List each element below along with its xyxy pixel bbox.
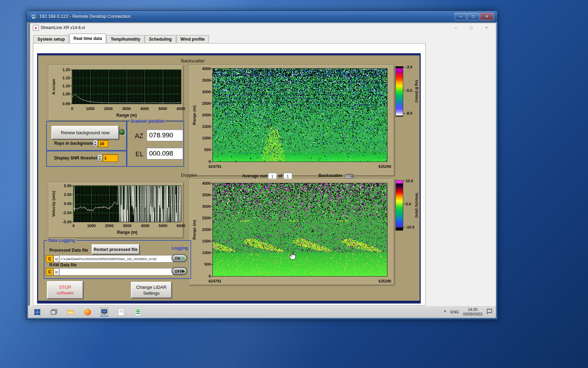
app-close-button[interactable]: × xyxy=(479,24,494,32)
firefox-icon[interactable] xyxy=(83,307,92,316)
axis-tick-label: 3000 xyxy=(120,224,135,228)
start-button-icon[interactable] xyxy=(33,307,41,316)
raw-drive-selector[interactable]: C xyxy=(46,268,54,275)
axis-tick-label: 5000 xyxy=(155,224,171,228)
el-label: EL xyxy=(135,150,144,158)
notification-center-icon[interactable] xyxy=(486,308,492,315)
axis-tick-mark xyxy=(211,195,212,195)
x-end-label: 625290 xyxy=(363,279,391,283)
taskbar-clock[interactable]: 14:20 03/09/2023 xyxy=(463,307,482,316)
rdp-close-button[interactable]: × xyxy=(480,13,494,20)
az-value-field: 078.990 xyxy=(146,129,183,141)
app-title: StreamLine XR v14-6.vi xyxy=(41,25,85,30)
axis-tick-mark xyxy=(71,222,73,222)
colorbar-tick-mark xyxy=(403,113,405,114)
processed-logging-switch[interactable]: ON xyxy=(172,254,187,262)
processed-browse-icon[interactable]: ▤ xyxy=(54,255,59,262)
colorbar-tick-label: -3.0 xyxy=(406,65,412,69)
backscatter-colorbar-gradient xyxy=(396,66,403,117)
stop-line1: STOP xyxy=(59,285,71,290)
axis-tick-label: 1000 xyxy=(196,251,211,255)
streamline-app-window: ▦ StreamLine XR v14-6.vi – □ × System se… xyxy=(30,23,496,306)
ascope-graph: 1.201.151.101.050.9901000200030004000500… xyxy=(48,65,183,121)
app-titlebar[interactable]: ▦ StreamLine XR v14-6.vi – □ × xyxy=(30,23,496,32)
axis-name-label: Range (m) xyxy=(192,94,197,136)
axis-tick-label: 5.00 xyxy=(57,184,71,188)
doppler-heatmap-canvas xyxy=(213,183,387,276)
raw-browse-icon[interactable]: ▤ xyxy=(54,268,59,275)
axis-tick-label: 0.99 xyxy=(55,102,70,106)
tab-temp-humidity[interactable]: Temp/humidity xyxy=(106,35,144,43)
rdp-computer-icon xyxy=(31,14,37,20)
spreadsheet-icon[interactable] xyxy=(134,307,142,316)
axis-tick-mark xyxy=(211,80,212,81)
tab-wind-profile[interactable]: Wind profile xyxy=(176,35,209,43)
stop-software-button[interactable]: STOPsoftware xyxy=(47,281,83,299)
taskbar: Scan sched ^ ENG 14:20 03/09/2023 xyxy=(28,306,496,318)
switch-arrow-icon xyxy=(182,270,185,273)
axis-tick-label: 2000 xyxy=(101,107,116,111)
raw-logging-switch[interactable]: OFF xyxy=(172,267,187,275)
change-line2: Settings xyxy=(143,291,160,296)
task-view-icon[interactable] xyxy=(50,307,58,316)
rays-value-field[interactable]: 10 xyxy=(98,140,108,147)
axis-tick-label: 1500 xyxy=(196,124,211,129)
remote-desktop: ▦ StreamLine XR v14-6.vi – □ × System se… xyxy=(28,22,496,318)
data-logging-title: Data Logging xyxy=(47,238,76,243)
scan-schedule-icon[interactable]: Scan sched xyxy=(117,307,125,316)
velocity-graph: 5.002.500.00-2.50-5.00010002000300040005… xyxy=(48,182,183,238)
app-restore-button[interactable]: □ xyxy=(463,24,479,32)
axis-tick-mark xyxy=(211,230,212,230)
axis-tick-label: 3500 xyxy=(196,193,211,197)
data-logging-box: Data Logging Processed Data file Restart… xyxy=(44,240,191,279)
processed-path-field[interactable]: C:\Lidar\Data\Proc\2023\202309\20230903\… xyxy=(59,255,173,263)
tab-real-time-data[interactable]: Real time data xyxy=(69,34,106,43)
axis-tick-label: 1.20 xyxy=(55,68,70,72)
axis-tick-label: 1000 xyxy=(83,107,98,111)
renew-led-indicator xyxy=(119,129,126,136)
tab-scheduling[interactable]: Scheduling xyxy=(145,35,176,43)
change-lidar-settings-button[interactable]: Change LiDARSettings xyxy=(131,282,172,298)
axis-tick-label: 0 xyxy=(196,159,211,164)
az-label: AZ xyxy=(135,132,143,140)
tab-system-setup[interactable]: System setup xyxy=(33,35,69,43)
axis-tick-label: 2000 xyxy=(102,224,117,228)
renew-background-button[interactable]: Renew background now xyxy=(51,126,119,139)
processed-drive-selector[interactable]: C xyxy=(46,255,54,263)
axis-tick-label: 3000 xyxy=(119,107,134,111)
axis-tick-label: 2500 xyxy=(196,101,211,105)
axis-tick-label: 1000 xyxy=(196,136,211,140)
axis-tick-mark xyxy=(211,264,212,265)
axis-tick-mark xyxy=(211,69,212,69)
axis-tick-mark xyxy=(211,92,212,92)
velocity-plot-canvas xyxy=(74,186,181,222)
backscatter-colorbar-label: log B (/m/sr) xyxy=(414,72,419,111)
tab-strip: System setupReal time dataTemp/humidityS… xyxy=(33,34,209,43)
rdp-maximize-button[interactable]: □ xyxy=(467,13,479,20)
front-panel: 1.201.151.101.050.9901000200030004000500… xyxy=(38,55,420,301)
logging-label: Logging xyxy=(172,246,188,251)
restart-processed-file-button[interactable]: Restart processed file xyxy=(92,244,140,254)
show-hidden-icons-chevron[interactable]: ^ xyxy=(444,309,446,314)
colorbar-tick-mark xyxy=(403,67,405,67)
colorbar-tick-label: -5.5 xyxy=(406,88,412,93)
rdp-client-taskbar-icon[interactable] xyxy=(100,307,108,316)
language-indicator[interactable]: ENG xyxy=(450,310,459,314)
rdp-titlebar[interactable]: 192.168.0.122 - Remote Desktop Connectio… xyxy=(27,11,497,22)
axis-tick-label: 1.15 xyxy=(55,76,70,80)
rdp-minimize-button[interactable]: – xyxy=(455,13,467,20)
axis-tick-mark xyxy=(71,204,73,204)
average-of-label: of xyxy=(278,173,282,178)
axis-tick-label: 3000 xyxy=(196,90,211,94)
el-value-field: 000.098 xyxy=(146,148,183,159)
backscatter-toggle-switch[interactable] xyxy=(344,174,354,179)
rays-spinner[interactable] xyxy=(93,140,98,147)
snr-value-field[interactable]: 1 xyxy=(103,154,118,162)
app-minimize-button[interactable]: – xyxy=(448,24,463,32)
background-controls-box: Renew background now Rays in background … xyxy=(46,121,127,151)
snr-spinner[interactable] xyxy=(97,154,103,161)
raw-path-field[interactable] xyxy=(59,268,173,275)
file-explorer-icon[interactable] xyxy=(66,307,75,316)
axis-tick-label: 2500 xyxy=(196,216,211,220)
axis-tick-mark xyxy=(211,241,212,241)
